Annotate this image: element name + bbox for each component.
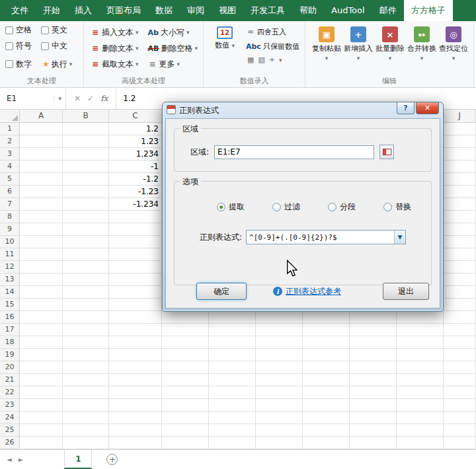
- cell-F23[interactable]: [256, 399, 303, 412]
- menu-tab-页面布局[interactable]: 页面布局: [99, 0, 148, 21]
- cell-B14[interactable]: [63, 286, 109, 299]
- cell-E26[interactable]: [209, 437, 256, 449]
- cell-A8[interactable]: [20, 211, 63, 223]
- radio-分段[interactable]: 分段: [328, 201, 356, 213]
- cell-H23[interactable]: [350, 399, 397, 412]
- insert-new-button[interactable]: +新增插入 ▾: [342, 24, 374, 63]
- cell-B19[interactable]: [63, 349, 109, 361]
- menu-tab-邮件[interactable]: 邮件: [372, 0, 404, 21]
- cell-J2[interactable]: [444, 135, 476, 148]
- dialog-close-button[interactable]: ✕: [416, 102, 439, 114]
- cell-C14[interactable]: [109, 286, 162, 299]
- cell-H22[interactable]: [350, 386, 397, 399]
- cell-G20[interactable]: [303, 361, 350, 374]
- insert-function-icon[interactable]: fx: [100, 94, 108, 103]
- column-header-A[interactable]: A: [20, 110, 63, 122]
- row-header-23[interactable]: 23: [0, 399, 20, 412]
- cell-D16[interactable]: [162, 311, 209, 324]
- cell-B20[interactable]: [63, 361, 109, 374]
- delete-text-button[interactable]: ≡删除文本▾: [89, 40, 140, 56]
- cell-I16[interactable]: [397, 311, 444, 324]
- cell-G21[interactable]: [303, 374, 350, 386]
- row-header-24[interactable]: 24: [0, 412, 20, 424]
- cell-I19[interactable]: [397, 349, 444, 361]
- radio-替换[interactable]: 替换: [383, 201, 411, 213]
- cell-A9[interactable]: [20, 223, 63, 236]
- cell-A25[interactable]: [20, 424, 63, 437]
- fill-grid-icon[interactable]: ▦: [247, 55, 254, 64]
- cell-J12[interactable]: [444, 261, 476, 273]
- cell-I18[interactable]: [397, 336, 444, 349]
- checkbox-number[interactable]: 数字: [5, 59, 41, 70]
- cell-D17[interactable]: [162, 324, 209, 336]
- cell-J16[interactable]: [444, 311, 476, 324]
- cell-B12[interactable]: [63, 261, 109, 273]
- cell-G22[interactable]: [303, 386, 350, 399]
- radio-提取[interactable]: 提取: [217, 201, 245, 213]
- cell-B13[interactable]: [63, 273, 109, 286]
- row-header-18[interactable]: 18: [0, 336, 20, 349]
- chevron-down-icon[interactable]: ▾: [279, 57, 282, 63]
- keep-number-button[interactable]: Abc只保留数值: [245, 39, 301, 54]
- cell-F19[interactable]: [256, 349, 303, 361]
- letter-case-button[interactable]: Ab大小写▾: [147, 24, 199, 40]
- row-header-25[interactable]: 25: [0, 424, 20, 437]
- cell-J19[interactable]: [444, 349, 476, 361]
- extract-text-button[interactable]: ≡截取文本▾: [89, 56, 140, 72]
- cell-D19[interactable]: [162, 349, 209, 361]
- numeric-value-button[interactable]: 12 数值 ▾: [209, 24, 241, 64]
- cell-C1[interactable]: 1.2: [109, 123, 162, 135]
- cell-H26[interactable]: [350, 437, 397, 449]
- cell-B18[interactable]: [63, 336, 109, 349]
- cell-B6[interactable]: [63, 186, 109, 198]
- cell-B1[interactable]: [63, 123, 109, 135]
- cell-C3[interactable]: 1.234: [109, 148, 162, 161]
- row-header-7[interactable]: 7: [0, 198, 20, 211]
- cell-D25[interactable]: [162, 424, 209, 437]
- cell-C20[interactable]: [109, 361, 162, 374]
- enter-icon[interactable]: ✓: [87, 94, 94, 103]
- checkbox-english[interactable]: 英文: [41, 24, 79, 36]
- cell-A6[interactable]: [20, 186, 63, 198]
- cell-F26[interactable]: [256, 437, 303, 449]
- cell-A23[interactable]: [20, 399, 63, 412]
- menu-tab-视图[interactable]: 视图: [212, 0, 243, 21]
- cell-F24[interactable]: [256, 412, 303, 424]
- cell-G23[interactable]: [303, 399, 350, 412]
- row-header-2[interactable]: 2: [0, 135, 20, 148]
- cell-A21[interactable]: [20, 374, 63, 386]
- cell-G25[interactable]: [303, 424, 350, 437]
- cell-J22[interactable]: [444, 386, 476, 399]
- menu-tab-文件[interactable]: 文件: [4, 0, 36, 21]
- range-picker-button[interactable]: [379, 145, 394, 159]
- execute-button[interactable]: ★执行▾: [41, 56, 79, 72]
- cell-B3[interactable]: [63, 148, 109, 161]
- column-header-B[interactable]: B: [63, 110, 109, 122]
- cell-I26[interactable]: [397, 437, 444, 449]
- cell-H21[interactable]: [350, 374, 397, 386]
- cell-C2[interactable]: 1.23: [109, 135, 162, 148]
- row-header-16[interactable]: 16: [0, 311, 20, 324]
- cell-H17[interactable]: [350, 324, 397, 336]
- cell-C6[interactable]: -1.23: [109, 186, 162, 198]
- row-header-9[interactable]: 9: [0, 223, 20, 236]
- cell-I17[interactable]: [397, 324, 444, 336]
- cell-C15[interactable]: [109, 299, 162, 311]
- dialog-help-button[interactable]: ?: [397, 102, 415, 114]
- cell-I25[interactable]: [397, 424, 444, 437]
- cell-F20[interactable]: [256, 361, 303, 374]
- cell-J9[interactable]: [444, 223, 476, 236]
- menu-tab-帮助[interactable]: 帮助: [292, 0, 324, 21]
- cell-B22[interactable]: [63, 386, 109, 399]
- cell-J8[interactable]: [444, 211, 476, 223]
- cell-E16[interactable]: [209, 311, 256, 324]
- cell-E25[interactable]: [209, 424, 256, 437]
- sheet-tab-1[interactable]: 1: [64, 450, 92, 469]
- row-header-3[interactable]: 3: [0, 148, 20, 161]
- cell-C24[interactable]: [109, 412, 162, 424]
- cell-J20[interactable]: [444, 361, 476, 374]
- prev-sheet-icon[interactable]: ◄: [7, 456, 12, 463]
- menu-tab-数据[interactable]: 数据: [148, 0, 180, 21]
- region-input[interactable]: [214, 145, 374, 159]
- cell-C18[interactable]: [109, 336, 162, 349]
